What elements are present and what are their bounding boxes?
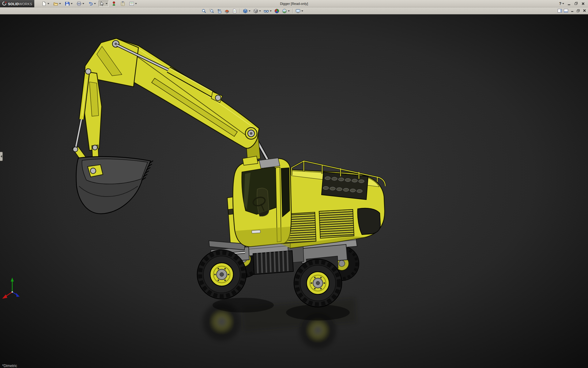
previous-view-button[interactable] bbox=[216, 8, 223, 14]
doc-close-button[interactable] bbox=[582, 8, 587, 13]
dropdown-caret[interactable] bbox=[94, 3, 96, 4]
cylinder-anchor-pin bbox=[215, 95, 221, 101]
select-cursor-icon bbox=[100, 1, 105, 6]
app-minimize-button[interactable] bbox=[566, 1, 572, 6]
view-orientation-label: *Dimetric bbox=[2, 364, 17, 368]
logo-text-light: WORKS bbox=[19, 2, 32, 6]
zoom-to-area-button[interactable] bbox=[208, 8, 215, 14]
minimize-icon bbox=[571, 9, 574, 12]
file-properties-button[interactable] bbox=[119, 1, 126, 7]
scene-sphere-icon bbox=[282, 9, 287, 13]
doc-minimize-button[interactable] bbox=[569, 8, 575, 13]
magnifier-icon bbox=[202, 9, 206, 13]
cab-rear-glass bbox=[281, 168, 290, 217]
close-icon bbox=[582, 2, 585, 5]
task-pane-toggle-button[interactable] bbox=[557, 8, 563, 13]
solidworks-window: SOLIDWORKS bbox=[0, 0, 588, 368]
print-button[interactable] bbox=[75, 1, 85, 7]
shaded-cube-icon bbox=[253, 9, 258, 13]
dropdown-caret[interactable] bbox=[259, 10, 261, 12]
undo-arrow-icon bbox=[88, 1, 93, 6]
zoom-to-fit-button[interactable] bbox=[201, 8, 207, 14]
door-handle bbox=[252, 230, 261, 233]
magnifier-area-icon bbox=[209, 9, 214, 13]
heads-up-view-toolbar bbox=[201, 8, 304, 14]
dropdown-caret[interactable] bbox=[82, 3, 84, 4]
digger-3d-view[interactable] bbox=[0, 14, 588, 368]
app-close-button[interactable] bbox=[580, 1, 586, 6]
feature-pane-collapse-tab[interactable] bbox=[0, 152, 3, 161]
new-document-icon bbox=[42, 1, 47, 6]
rebuild-stoplight-icon bbox=[111, 1, 116, 6]
help-button[interactable]: ? bbox=[558, 1, 565, 6]
open-button[interactable] bbox=[52, 1, 62, 7]
options-button[interactable] bbox=[128, 1, 138, 7]
annotation-page-icon bbox=[232, 9, 237, 13]
wheel-shadow bbox=[213, 298, 274, 312]
section-cube-icon bbox=[224, 9, 229, 13]
side-grille bbox=[319, 209, 354, 238]
dropdown-caret[interactable] bbox=[270, 10, 272, 12]
stick-top-pin bbox=[85, 69, 91, 74]
titlebar[interactable]: SOLIDWORKS bbox=[0, 0, 588, 7]
app-window-controls: ? bbox=[558, 1, 588, 6]
display-pane-toggle-button[interactable] bbox=[563, 8, 569, 13]
close-icon bbox=[583, 9, 586, 12]
dropdown-caret[interactable] bbox=[47, 3, 49, 4]
dassault-logo-mark bbox=[2, 1, 7, 6]
app-restore-button[interactable] bbox=[573, 1, 579, 6]
view-orientation-button[interactable] bbox=[242, 8, 251, 14]
save-button[interactable] bbox=[64, 1, 74, 7]
options-list-icon bbox=[129, 1, 134, 6]
minimize-icon bbox=[567, 2, 571, 5]
standard-toolbar bbox=[40, 1, 138, 7]
doc-restore-button[interactable] bbox=[575, 8, 581, 13]
help-glyph: ? bbox=[559, 2, 561, 6]
clipboard-icon bbox=[120, 1, 125, 6]
solidworks-logo: SOLIDWORKS bbox=[0, 0, 34, 7]
task-pane-icon bbox=[558, 9, 562, 13]
section-view-button[interactable] bbox=[224, 8, 230, 14]
restore-icon bbox=[577, 9, 580, 12]
apply-scene-button[interactable] bbox=[281, 8, 291, 14]
engine-hatch-vent bbox=[322, 172, 368, 200]
dropdown-caret[interactable] bbox=[249, 10, 251, 12]
monitor-icon bbox=[296, 9, 300, 13]
front-wheel[interactable] bbox=[197, 250, 246, 299]
glasses-icon bbox=[264, 9, 269, 13]
cab[interactable] bbox=[233, 156, 291, 247]
dropdown-caret[interactable] bbox=[288, 10, 290, 12]
new-document-button[interactable] bbox=[40, 1, 51, 7]
blue-cube-icon bbox=[243, 9, 248, 13]
view-settings-button[interactable] bbox=[295, 8, 304, 14]
display-style-button[interactable] bbox=[252, 8, 262, 14]
printer-icon bbox=[77, 1, 81, 6]
rebuild-button[interactable] bbox=[110, 1, 118, 7]
view-toolbar-row bbox=[0, 7, 588, 14]
dropdown-caret[interactable] bbox=[135, 3, 137, 4]
dropdown-caret[interactable] bbox=[59, 3, 61, 4]
undo-button[interactable] bbox=[87, 1, 97, 7]
color-sphere-icon bbox=[274, 9, 279, 13]
restore-icon bbox=[575, 2, 578, 5]
dropdown-caret[interactable] bbox=[106, 3, 107, 4]
previous-view-icon bbox=[217, 9, 222, 13]
display-pane-icon bbox=[564, 9, 568, 13]
open-folder-icon bbox=[53, 1, 58, 6]
logo-text-bold: SOLID bbox=[8, 2, 19, 6]
toolbar-separator bbox=[240, 9, 240, 13]
annotation-views-button[interactable] bbox=[231, 8, 238, 14]
dropdown-caret[interactable] bbox=[301, 10, 303, 12]
toolbar-separator bbox=[292, 9, 293, 13]
select-button[interactable] bbox=[99, 1, 109, 7]
document-window-controls bbox=[557, 8, 587, 13]
graphics-viewport[interactable]: *Dimetric bbox=[0, 14, 588, 368]
rear-wheel[interactable] bbox=[294, 259, 342, 307]
dropdown-caret[interactable] bbox=[562, 3, 564, 4]
hide-show-items-button[interactable] bbox=[263, 8, 273, 14]
dropdown-caret[interactable] bbox=[71, 3, 73, 4]
save-floppy-icon bbox=[65, 1, 70, 6]
window-title: Digger [Read-only] bbox=[280, 2, 308, 6]
edit-appearance-button[interactable] bbox=[273, 8, 280, 14]
rear-panel-glass bbox=[358, 208, 380, 235]
